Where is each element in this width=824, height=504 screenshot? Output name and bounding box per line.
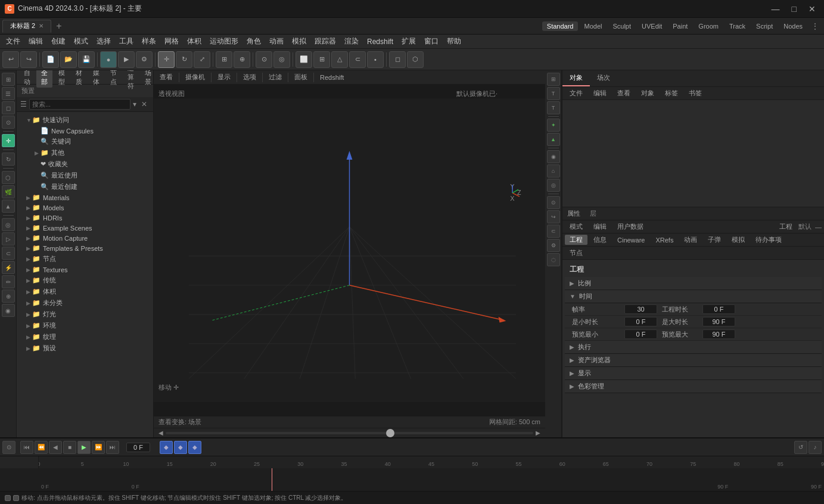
render-settings-button[interactable]: ⚙ [136,51,153,68]
props-tab-xrefs[interactable]: XRefs [651,236,678,244]
mode-groom[interactable]: Groom [694,21,723,31]
right-icon-12[interactable]: ⚙ [547,239,560,252]
slider-right-button[interactable]: ▶ [533,430,543,436]
menu-animate[interactable]: 动画 [266,35,287,48]
tl-record-btn[interactable]: ⊙ [2,441,15,454]
tab-untitled2[interactable]: 未标题 2 ✕ [2,20,51,33]
tree-item-16[interactable]: ▶📁体积 [17,286,153,297]
tl-play-btn[interactable]: ▶ [77,441,91,454]
tl-stop-btn[interactable]: ■ [63,441,76,454]
close-button[interactable]: ✕ [805,3,819,15]
tree-item-19[interactable]: ▶📁环境 [17,320,153,331]
tree-item-5[interactable]: 🔍最近使用 [17,170,153,181]
right-icon-8[interactable]: ◎ [547,179,560,192]
left-tool-11[interactable]: ⚡ [2,261,15,274]
asset-search-input[interactable] [29,99,130,110]
select-all-button[interactable]: ⬜ [296,51,312,68]
left-tool-13[interactable]: ⊕ [2,290,15,303]
menu-file[interactable]: 文件 [2,35,24,48]
filter-options-button[interactable]: ▾ [130,100,139,108]
menu-mesh[interactable]: 网格 [161,35,182,48]
props-tab-todo[interactable]: 待办事项 [751,235,786,245]
snap-settings-button[interactable]: ◎ [273,51,290,68]
menu-simulate[interactable]: 模拟 [288,35,310,48]
menu-tracker[interactable]: 跟踪器 [311,35,340,48]
props-tab-nodes[interactable]: 节点 [565,248,587,258]
props-tab-mode[interactable]: 模式 [565,222,587,232]
tree-item-21[interactable]: ▶📁预设 [17,343,153,354]
axis-button[interactable]: ⊕ [234,51,250,68]
tree-item-12[interactable]: ▶📁Templates & Presets [17,243,153,253]
vp-filter-btn[interactable]: 过滤 [265,71,285,83]
tl-key-btn-1[interactable]: ◆ [160,441,173,454]
mode-uvedit[interactable]: UVEdit [637,21,667,31]
tree-item-8[interactable]: ▶📁Models [17,203,153,213]
mode-nodes[interactable]: Nodes [779,21,807,31]
right-subtab-file[interactable]: 文件 [565,88,587,98]
tree-item-20[interactable]: ▶📁纹理 [17,331,153,343]
tree-item-9[interactable]: ▶📁HDRIs [17,213,153,223]
right-subtab-tag[interactable]: 标签 [660,88,683,98]
tree-item-3[interactable]: ▶📁其他 [17,147,153,158]
mode-model[interactable]: Model [579,21,607,31]
wireframe-button[interactable]: ⬡ [407,51,424,68]
menu-window[interactable]: 窗口 [421,35,442,48]
undo-button[interactable]: ↩ [2,51,19,68]
select-poly-button[interactable]: △ [331,51,348,68]
move-button[interactable]: ✛ [158,51,175,68]
right-icon-3[interactable]: T [547,101,560,114]
timeline-time-display[interactable]: 0 F [126,443,150,452]
minimize-button[interactable]: — [768,3,783,15]
mode-script[interactable]: Script [751,21,778,31]
right-tab-scene[interactable]: 场次 [590,70,617,86]
props-tab-edit[interactable]: 编辑 [589,222,611,232]
props-tab-animate[interactable]: 动画 [679,235,702,245]
ruler-inner[interactable]: 051015202530354045505560657075808590 [39,456,824,468]
tree-item-0[interactable]: ▼📁快速访问 [17,114,153,126]
left-tool-2[interactable]: ☰ [2,87,15,100]
tl-audio-btn[interactable]: ♪ [809,441,822,454]
left-tool-8[interactable]: ◎ [2,218,15,231]
tree-item-2[interactable]: 🔍关键词 [17,136,153,147]
tl-next-key-btn[interactable]: ⏭ [106,441,119,454]
menu-character[interactable]: 角色 [243,35,265,48]
left-tool-rotate[interactable]: ↻ [2,153,15,166]
tree-item-18[interactable]: ▶📁灯光 [17,309,153,320]
mode-paint[interactable]: Paint [668,21,692,31]
tl-loop-btn[interactable]: ↺ [794,441,807,454]
save-button[interactable]: 💾 [78,51,95,68]
max-len-value[interactable]: 90 F [702,317,735,326]
right-icon-2[interactable]: T [547,87,560,100]
snap-button[interactable]: ⊙ [256,51,272,68]
redo-button[interactable]: ↪ [20,51,37,68]
props-tab-userdata[interactable]: 用户数据 [612,222,648,232]
props-tab-info[interactable]: 信息 [589,235,611,245]
tree-item-13[interactable]: ▶📁节点 [17,253,153,265]
right-icon-6[interactable]: ◉ [547,150,560,163]
mode-sculpt[interactable]: Sculpt [608,21,636,31]
tree-item-11[interactable]: ▶📁Motion Capture [17,233,153,243]
menu-help[interactable]: 帮助 [443,35,465,48]
section-display[interactable]: ▶ 显示 [565,367,822,380]
right-icon-1[interactable]: ⊞ [547,73,560,86]
right-icon-13[interactable]: ◌ [547,253,560,266]
left-tool-7[interactable]: ▲ [2,200,15,213]
coord-button[interactable]: ⊞ [216,51,232,68]
vp-display-btn[interactable]: 显示 [214,71,234,83]
right-subtab-view[interactable]: 查看 [612,88,635,98]
props-tab-simulate[interactable]: 模拟 [727,235,750,245]
tree-item-17[interactable]: ▶📁未分类 [17,297,153,309]
slider-left-button[interactable]: ◀ [156,430,166,436]
section-scale[interactable]: ▶ 比例 [565,277,822,290]
section-assetbrowser[interactable]: ▶ 资产浏览器 [565,354,822,367]
menu-create[interactable]: 创建 [48,35,69,48]
right-tab-object[interactable]: 对象 [562,70,590,86]
prev-min-value[interactable]: 0 F [624,329,657,339]
slider-track[interactable] [166,432,533,434]
left-tool-6[interactable]: 🌿 [2,185,15,198]
vp-panel-btn[interactable]: 面板 [291,71,311,83]
section-color-mgmt[interactable]: ▶ 色彩管理 [565,380,822,393]
right-subtab-object[interactable]: 对象 [636,88,659,98]
right-icon-5[interactable]: ▲ [547,133,560,146]
prev-max-value[interactable]: 90 F [702,329,735,339]
